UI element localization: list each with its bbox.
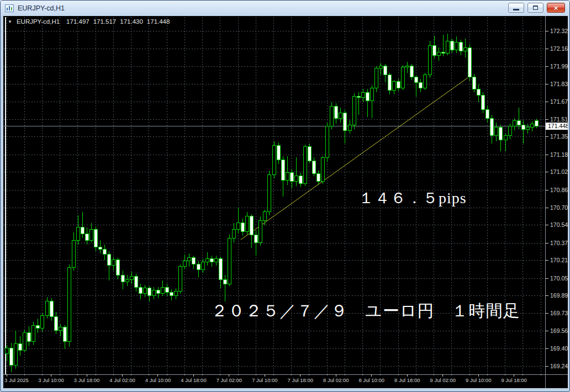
candle-body (206, 259, 209, 262)
window-titlebar[interactable]: EURJPY-cd,H1 × (1, 1, 569, 15)
time-axis-label: 7 Jul 18:00 (288, 377, 313, 383)
candle-body (41, 315, 44, 329)
candle-body (277, 146, 281, 160)
candle-body (304, 147, 307, 184)
candle-body (81, 227, 85, 234)
candle-body (68, 268, 71, 342)
chart-area[interactable]: 172.320172.160171.995171.835171.670171.5… (3, 16, 568, 388)
candle-body (99, 247, 102, 249)
candle-body (291, 173, 294, 182)
candle-body (406, 66, 409, 67)
time-axis-label: 3 Jul 10:00 (38, 377, 64, 383)
candle-body (460, 42, 463, 51)
price-axis-label: 170.375 (550, 240, 568, 246)
symbol-dropdown-arrow[interactable]: ▼ (8, 19, 12, 24)
candle-body (308, 147, 312, 161)
candle-body (486, 110, 489, 119)
candle-body (112, 260, 115, 266)
candle-body (415, 77, 418, 82)
candle-body (90, 230, 93, 241)
candle-body (122, 275, 125, 282)
time-axis-label: 4 Jul 18:00 (181, 377, 206, 383)
candle-body (429, 45, 432, 75)
price-axis-label: 171.350 (550, 133, 568, 140)
candle-body (273, 146, 276, 175)
candlestick-chart[interactable]: 172.320172.160171.995171.835171.670171.5… (3, 16, 568, 388)
candle-body (6, 348, 9, 353)
candle-body (152, 290, 156, 296)
candle-body (126, 279, 129, 282)
candle-body (108, 255, 111, 266)
minimize-button[interactable] (508, 3, 524, 13)
candle-body (117, 260, 120, 276)
candle-body (130, 276, 134, 279)
candle-body (490, 118, 494, 136)
candle-body (161, 287, 165, 294)
candle-body (451, 41, 454, 50)
candle-body (46, 301, 49, 316)
candle-body (228, 238, 231, 284)
candle-body (375, 68, 378, 88)
candle-body (36, 325, 40, 329)
window-title: EURJPY-cd,H1 (18, 4, 65, 12)
price-axis-label: 169.890 (550, 292, 568, 299)
candle-body (268, 175, 271, 212)
candle-body (179, 267, 182, 292)
price-axis-label: 171.670 (550, 98, 568, 105)
candle-body (28, 333, 31, 342)
candle-body (170, 293, 173, 296)
ohlc-open: 171.497 (66, 18, 89, 25)
price-axis-label: 169.565 (550, 327, 568, 334)
candle-body (219, 259, 223, 279)
restore-button[interactable] (527, 3, 543, 13)
time-axis-label: 3 Jul 2025 (4, 377, 29, 383)
price-axis-label: 171.835 (550, 81, 568, 87)
candle-body (282, 160, 285, 180)
candle-body (50, 301, 54, 317)
candle-body (468, 47, 472, 77)
candle-body (482, 96, 485, 110)
candle-body (237, 223, 240, 230)
candle-body (349, 125, 352, 130)
candle-body (144, 288, 147, 294)
close-button[interactable]: × (547, 3, 565, 13)
candle-body (295, 176, 298, 182)
candle-body (433, 45, 436, 55)
price-axis-label: 170.050 (550, 275, 568, 282)
candle-body (313, 161, 316, 174)
candle-body (32, 325, 35, 342)
candle-body (393, 81, 396, 90)
candle-body (246, 216, 249, 232)
candle-body (366, 92, 370, 101)
candle-body (353, 97, 356, 125)
candle-body (330, 107, 334, 126)
pips-annotation: １４６．５pips (358, 188, 467, 209)
candle-body (424, 75, 427, 88)
price-axis-label: 171.995 (550, 63, 568, 70)
restore-icon (533, 6, 538, 10)
price-axis-label: 170.860 (550, 187, 568, 193)
time-axis-label: 7 Jul 10:00 (252, 377, 277, 383)
candle-body (522, 125, 525, 129)
chart-window-icon (5, 4, 14, 12)
candle-body (371, 88, 374, 101)
price-axis-label: 170.215 (550, 257, 568, 263)
time-axis-label: 3 Jul 18:00 (74, 377, 99, 383)
candle-body (286, 173, 289, 181)
candle-body (513, 120, 516, 126)
candle-body (59, 327, 62, 331)
candle-body (397, 81, 400, 88)
candle-body (437, 52, 441, 55)
candle-body (215, 259, 218, 262)
candle-body (299, 176, 303, 184)
time-axis-label: 7 Jul 02:00 (217, 377, 242, 383)
candle-body (379, 66, 383, 68)
candle-body (263, 212, 267, 221)
candle-body (509, 126, 512, 136)
candle-body (384, 66, 387, 75)
chart-symbol-label: EURJPY-cd,H1 (17, 18, 60, 25)
candle-body (473, 77, 476, 89)
candle-body (442, 52, 445, 53)
price-axis-label: 172.160 (550, 45, 568, 52)
candle-body (157, 290, 160, 294)
